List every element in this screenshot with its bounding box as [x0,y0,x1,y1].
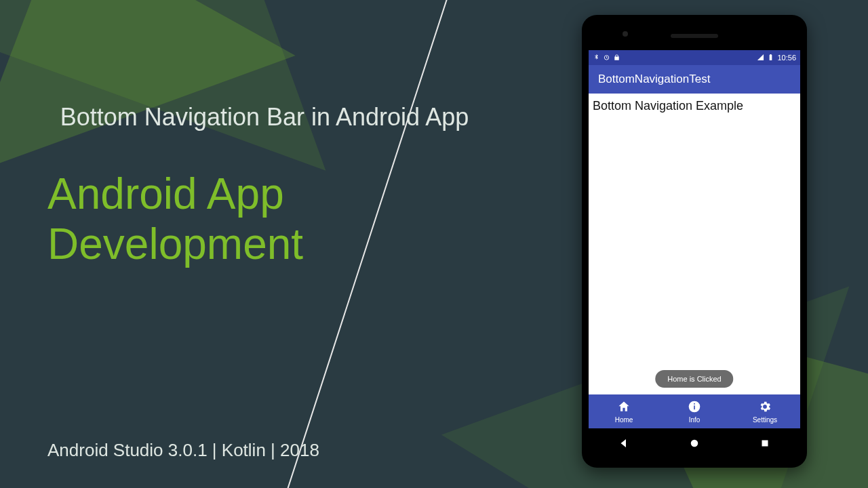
bottom-nav-label: Info [689,416,701,424]
slide-text-block: Bottom Navigation Bar in Android App And… [47,102,481,269]
back-icon[interactable] [618,437,630,452]
lock-icon [613,54,620,62]
status-time: 10:56 [777,54,796,62]
battery-icon [767,54,774,62]
android-system-nav [589,428,800,461]
slide-stage: Bottom Navigation Bar in Android App And… [0,0,868,488]
svg-rect-3 [694,403,695,405]
svg-rect-5 [762,441,768,447]
android-app-bar: BottomNavigationTest [589,65,800,94]
bottom-nav-label: Home [615,416,633,424]
android-status-bar: 10:56 [589,50,800,65]
bottom-navigation-bar: Home Info Settings [589,394,800,428]
phone-speaker [589,22,800,50]
phone-screen: 10:56 BottomNavigationTest Bottom Naviga… [589,50,800,428]
recent-icon[interactable] [759,437,771,452]
phone-mockup: 10:56 BottomNavigationTest Bottom Naviga… [582,15,807,468]
bottom-nav-label: Settings [753,416,777,424]
content-title: Bottom Navigation Example [593,99,796,113]
slide-footer: Android Studio 3.0.1 | Kotlin | 2018 [47,440,319,461]
info-icon [688,400,701,415]
svg-rect-2 [694,405,695,409]
svg-point-4 [691,440,698,447]
bottom-nav-home[interactable]: Home [589,394,659,428]
slide-subtitle: Bottom Navigation Bar in Android App [47,102,481,132]
app-title: BottomNavigationTest [598,73,710,86]
bottom-nav-settings[interactable]: Settings [730,394,800,428]
bluetooth-icon [593,54,600,62]
settings-icon [758,400,772,415]
alarm-icon [603,54,610,62]
slide-title: Android App Development [47,169,481,269]
app-content-area: Bottom Navigation Example Home is Clicke… [589,94,800,394]
home-icon [617,400,631,415]
toast-message: Home is Clicked [655,370,733,388]
home-circle-icon[interactable] [688,437,701,452]
bottom-nav-info[interactable]: Info [659,394,730,428]
signal-icon [757,54,764,62]
